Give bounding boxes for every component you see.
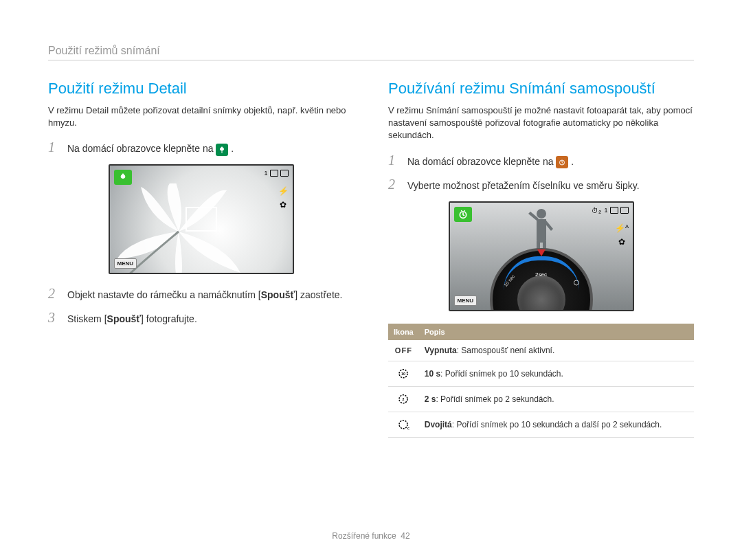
flash-auto-icon: ⚡ᴬ: [615, 223, 629, 233]
svg-text:10: 10: [401, 372, 405, 376]
table-row: 2 2 s: Pořídí snímek po 2 sekundách.: [388, 386, 694, 412]
shot-count: 1: [264, 170, 267, 177]
shot-count: 1: [604, 207, 607, 214]
camera-screen-selftimer: ⏱₂ 1 ⚡ᴬ ✿ MENU 2sec 1: [449, 201, 634, 311]
dial-marker: [537, 249, 546, 256]
timer-2s-icon: 2: [397, 392, 409, 405]
th-desc: Popis: [419, 324, 694, 340]
memory-icon: [270, 170, 278, 177]
macro-icon: ✿: [618, 237, 625, 247]
memory-icon: [610, 207, 618, 214]
battery-icon: [620, 207, 629, 214]
cell-icon-2s: 2: [388, 386, 419, 412]
intro-text-right: V režimu Snímání samospouští je možné na…: [388, 104, 694, 142]
section-title-selftimer: Používání režimu Snímání samospouští: [388, 80, 694, 98]
th-icon: Ikona: [388, 324, 419, 340]
svg-text:2: 2: [403, 397, 405, 401]
footer-page-number: 42: [401, 531, 409, 541]
step-text: Na domácí obrazovce klepněte na .: [67, 140, 234, 156]
camera-screen-macro: 1 ⚡ ✿ MENU: [109, 164, 294, 274]
cell-icon-10s: 10: [388, 361, 419, 386]
timer-indicator-icon: ⏱₂: [592, 207, 602, 214]
svg-point-10: [399, 420, 407, 428]
right-column: Používání režimu Snímání samospouští V r…: [388, 80, 694, 438]
step-text: Vyberte možnost přetažením číselníku ve …: [407, 177, 640, 193]
timer-dial[interactable]: 2sec 10 sec: [490, 248, 593, 311]
step-text: Stiskem [Spoušť] fotografujte.: [67, 311, 197, 326]
figure-selftimer-screen: ⏱₂ 1 ⚡ᴬ ✿ MENU 2sec 1: [388, 201, 694, 311]
timer-10s-icon: 10: [397, 367, 409, 379]
step-number: 3: [48, 311, 60, 326]
page-footer: Rozšířené funkce 42: [332, 531, 409, 541]
table-row: OFF Vypnuta: Samospoušť není aktivní.: [388, 340, 694, 361]
svg-point-1: [537, 209, 546, 219]
step-number: 1: [388, 153, 401, 169]
svg-point-5: [574, 280, 578, 285]
two-column-layout: Použití režimu Detail V režimu Detail mů…: [48, 80, 694, 438]
intro-text-left: V režimu Detail můžete pořizovat detailn…: [48, 104, 354, 129]
menu-button[interactable]: MENU: [454, 295, 477, 306]
side-icon-column: ⚡ ✿: [278, 186, 289, 210]
manual-page: Použití režimů snímání Použití režimu De…: [0, 0, 742, 458]
macro-focus-icon: ✿: [280, 200, 286, 210]
options-table: Ikona Popis OFF Vypnuta: Samospoušť není…: [388, 324, 694, 438]
selftimer-mode-icon: [556, 156, 568, 168]
table-row: c Dvojitá: Pořídí snímek po 10 sekundách…: [388, 412, 694, 437]
cell-icon-off: OFF: [388, 340, 419, 361]
step-2-left: 2 Objekt nastavte do rámečku a namáčknut…: [48, 287, 354, 302]
dial-selected-label: 2sec: [535, 271, 547, 278]
step-text: Objekt nastavte do rámečku a namáčknutím…: [67, 287, 342, 302]
cell-desc: 2 s: Pořídí snímek po 2 sekundách.: [419, 386, 694, 412]
figure-macro-screen: 1 ⚡ ✿ MENU: [48, 164, 354, 274]
step-3-left: 3 Stiskem [Spoušť] fotografujte.: [48, 311, 354, 326]
step-2-right: 2 Vyberte možnost přetažením číselníku v…: [388, 177, 694, 193]
svg-text:c: c: [407, 425, 409, 429]
cell-desc: 10 s: Pořídí snímek po 10 sekundách.: [419, 361, 694, 386]
step-number: 2: [48, 287, 60, 302]
table-row: 10 10 s: Pořídí snímek po 10 sekundách.: [388, 361, 694, 386]
footer-section: Rozšířené funkce: [332, 531, 396, 541]
mode-badge-selftimer: [454, 207, 472, 222]
mode-badge-macro: [114, 170, 132, 185]
side-icon-column: ⚡ᴬ ✿: [615, 223, 629, 247]
section-title-detail: Použití režimu Detail: [48, 80, 354, 98]
step-number: 2: [388, 177, 401, 193]
breadcrumb: Použití režimů snímání: [48, 45, 694, 60]
step-1-right: 1 Na domácí obrazovce klepněte na .: [388, 153, 694, 169]
step-number: 1: [48, 140, 60, 156]
battery-icon: [280, 170, 289, 177]
status-bar: ⏱₂ 1: [592, 207, 628, 214]
focus-frame: [186, 207, 217, 232]
cell-desc: Dvojitá: Pořídí snímek po 10 sekundách a…: [419, 412, 694, 437]
status-bar: 1: [264, 170, 288, 177]
flash-icon: ⚡: [278, 186, 289, 196]
step-text: Na domácí obrazovce klepněte na .: [407, 153, 574, 169]
step-1-left: 1 Na domácí obrazovce klepněte na .: [48, 140, 354, 156]
left-column: Použití režimu Detail V režimu Detail mů…: [48, 80, 354, 438]
dial-option-double-icon: [572, 278, 581, 287]
timer-double-icon: c: [397, 418, 409, 430]
cell-desc: Vypnuta: Samospoušť není aktivní.: [419, 340, 694, 361]
macro-mode-icon: [216, 144, 228, 156]
menu-button[interactable]: MENU: [114, 258, 137, 269]
cell-icon-double: c: [388, 412, 419, 437]
